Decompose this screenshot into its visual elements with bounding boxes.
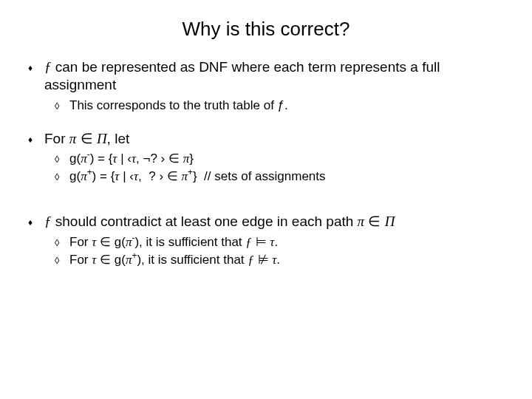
spacer-large: [25, 186, 507, 213]
bullet-b: For π ∈ Π, let: [25, 130, 507, 148]
bullet-a: ƒ can be represented as DNF where each t…: [25, 58, 507, 95]
bullet-a-sub1-text: This corresponds to the truth table of ƒ…: [69, 98, 288, 112]
slide: Why is this correct? ƒ can be represente…: [0, 0, 532, 399]
bullet-c-sub1: For τ ∈ g(π-), it is sufficient that ƒ ⊨…: [25, 234, 507, 250]
bullet-a-text: can be represented as DNF where each ter…: [44, 59, 440, 92]
spacer: [25, 115, 507, 130]
bullet-c: ƒ should contradict at least one edge in…: [25, 213, 507, 231]
bullet-a-sub1: This corresponds to the truth table of ƒ…: [25, 98, 507, 114]
bullet-c-sub2: For τ ∈ g(π+), it is sufficient that ƒ ⊭…: [25, 252, 507, 268]
bullet-b-sub2: g(π+) = {τ | ‹τ, ? › ∈ π+} // sets of as…: [25, 168, 507, 185]
page-title: Why is this correct?: [25, 18, 507, 41]
sym-f: ƒ: [44, 59, 52, 75]
bullet-b-sub1: g(π-) = {τ | ‹τ, ¬? › ∈ π}: [25, 151, 507, 167]
